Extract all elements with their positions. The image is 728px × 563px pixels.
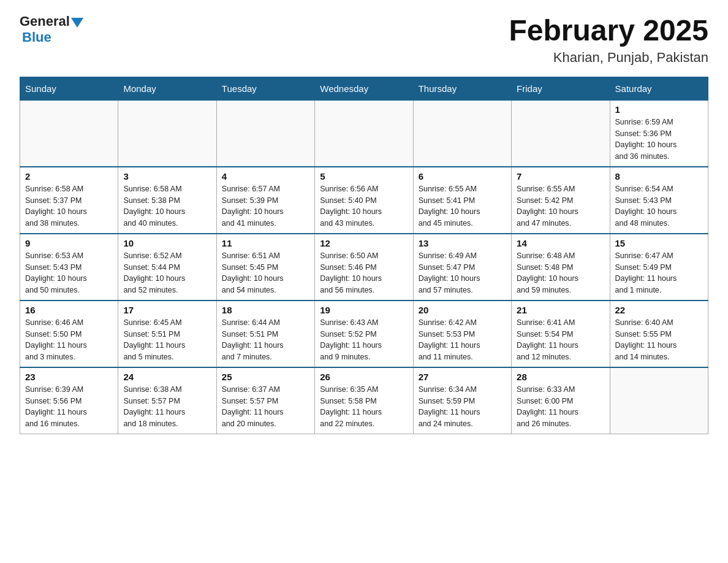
day-info: Sunrise: 6:54 AM Sunset: 5:43 PM Dayligh… [615, 183, 703, 229]
calendar-cell [216, 100, 314, 167]
header-monday: Monday [118, 77, 216, 100]
day-info: Sunrise: 6:38 AM Sunset: 5:57 PM Dayligh… [123, 384, 211, 430]
day-info: Sunrise: 6:57 AM Sunset: 5:39 PM Dayligh… [222, 183, 309, 229]
header-saturday: Saturday [610, 77, 708, 100]
day-info: Sunrise: 6:37 AM Sunset: 5:57 PM Dayligh… [222, 384, 309, 430]
header-wednesday: Wednesday [315, 77, 413, 100]
calendar-cell: 19Sunrise: 6:43 AM Sunset: 5:52 PM Dayli… [315, 301, 413, 367]
day-info: Sunrise: 6:34 AM Sunset: 5:59 PM Dayligh… [419, 384, 506, 430]
calendar-week-row: 23Sunrise: 6:39 AM Sunset: 5:56 PM Dayli… [20, 367, 708, 434]
calendar-cell: 26Sunrise: 6:35 AM Sunset: 5:58 PM Dayli… [315, 367, 413, 434]
day-info: Sunrise: 6:42 AM Sunset: 5:53 PM Dayligh… [419, 317, 506, 363]
calendar-cell: 14Sunrise: 6:48 AM Sunset: 5:48 PM Dayli… [512, 234, 610, 301]
calendar-cell: 2Sunrise: 6:58 AM Sunset: 5:37 PM Daylig… [20, 167, 118, 234]
day-info: Sunrise: 6:45 AM Sunset: 5:51 PM Dayligh… [123, 317, 211, 363]
calendar-cell [315, 100, 413, 167]
day-info: Sunrise: 6:33 AM Sunset: 6:00 PM Dayligh… [517, 384, 604, 430]
day-number: 13 [419, 238, 506, 248]
day-info: Sunrise: 6:51 AM Sunset: 5:45 PM Dayligh… [222, 250, 309, 296]
day-info: Sunrise: 6:40 AM Sunset: 5:55 PM Dayligh… [615, 317, 703, 363]
day-number: 15 [615, 238, 703, 248]
calendar-cell: 6Sunrise: 6:55 AM Sunset: 5:41 PM Daylig… [413, 167, 511, 234]
day-info: Sunrise: 6:53 AM Sunset: 5:43 PM Dayligh… [25, 250, 113, 296]
day-number: 1 [615, 104, 703, 115]
day-number: 8 [615, 171, 703, 182]
calendar-cell: 15Sunrise: 6:47 AM Sunset: 5:49 PM Dayli… [610, 234, 708, 301]
day-info: Sunrise: 6:56 AM Sunset: 5:40 PM Dayligh… [320, 183, 408, 229]
calendar-cell: 1Sunrise: 6:59 AM Sunset: 5:36 PM Daylig… [610, 100, 708, 167]
day-info: Sunrise: 6:58 AM Sunset: 5:38 PM Dayligh… [123, 183, 211, 229]
calendar-table: SundayMondayTuesdayWednesdayThursdayFrid… [20, 77, 708, 434]
logo-blue-text: Blue [20, 29, 51, 45]
day-number: 16 [25, 305, 113, 315]
day-number: 14 [517, 238, 604, 248]
day-info: Sunrise: 6:50 AM Sunset: 5:46 PM Dayligh… [320, 250, 408, 296]
day-number: 21 [517, 305, 604, 315]
day-info: Sunrise: 6:35 AM Sunset: 5:58 PM Dayligh… [320, 384, 408, 430]
day-number: 3 [123, 171, 211, 182]
calendar-cell: 16Sunrise: 6:46 AM Sunset: 5:50 PM Dayli… [20, 301, 118, 367]
calendar-cell: 7Sunrise: 6:55 AM Sunset: 5:42 PM Daylig… [512, 167, 610, 234]
calendar-cell: 3Sunrise: 6:58 AM Sunset: 5:38 PM Daylig… [118, 167, 216, 234]
calendar-cell: 28Sunrise: 6:33 AM Sunset: 6:00 PM Dayli… [512, 367, 610, 434]
day-number: 9 [25, 238, 113, 248]
calendar-subtitle: Kharian, Punjab, Pakistan [509, 50, 708, 66]
day-info: Sunrise: 6:55 AM Sunset: 5:41 PM Dayligh… [419, 183, 506, 229]
calendar-cell [512, 100, 610, 167]
day-number: 12 [320, 238, 408, 248]
day-number: 17 [123, 305, 211, 315]
day-info: Sunrise: 6:41 AM Sunset: 5:54 PM Dayligh… [517, 317, 604, 363]
day-number: 7 [517, 171, 604, 182]
calendar-cell: 9Sunrise: 6:53 AM Sunset: 5:43 PM Daylig… [20, 234, 118, 301]
day-info: Sunrise: 6:55 AM Sunset: 5:42 PM Dayligh… [517, 183, 604, 229]
day-info: Sunrise: 6:43 AM Sunset: 5:52 PM Dayligh… [320, 317, 408, 363]
day-number: 5 [320, 171, 408, 182]
header-thursday: Thursday [413, 77, 511, 100]
day-info: Sunrise: 6:58 AM Sunset: 5:37 PM Dayligh… [25, 183, 113, 229]
calendar-week-row: 1Sunrise: 6:59 AM Sunset: 5:36 PM Daylig… [20, 100, 708, 167]
day-number: 11 [222, 238, 309, 248]
title-block: February 2025 Kharian, Punjab, Pakistan [509, 15, 708, 66]
calendar-week-row: 9Sunrise: 6:53 AM Sunset: 5:43 PM Daylig… [20, 234, 708, 301]
calendar-cell: 5Sunrise: 6:56 AM Sunset: 5:40 PM Daylig… [315, 167, 413, 234]
header-friday: Friday [512, 77, 610, 100]
header-sunday: Sunday [20, 77, 118, 100]
logo-general-text: General [20, 15, 70, 28]
page-header: General Blue February 2025 Kharian, Punj… [20, 15, 708, 66]
day-info: Sunrise: 6:46 AM Sunset: 5:50 PM Dayligh… [25, 317, 113, 363]
calendar-cell: 20Sunrise: 6:42 AM Sunset: 5:53 PM Dayli… [413, 301, 511, 367]
calendar-body: 1Sunrise: 6:59 AM Sunset: 5:36 PM Daylig… [20, 100, 708, 434]
calendar-week-row: 16Sunrise: 6:46 AM Sunset: 5:50 PM Dayli… [20, 301, 708, 367]
calendar-header: SundayMondayTuesdayWednesdayThursdayFrid… [20, 77, 708, 100]
calendar-cell: 12Sunrise: 6:50 AM Sunset: 5:46 PM Dayli… [315, 234, 413, 301]
calendar-cell: 10Sunrise: 6:52 AM Sunset: 5:44 PM Dayli… [118, 234, 216, 301]
day-number: 22 [615, 305, 703, 315]
calendar-cell: 27Sunrise: 6:34 AM Sunset: 5:59 PM Dayli… [413, 367, 511, 434]
logo: General Blue [20, 15, 85, 45]
logo-top: General [20, 15, 85, 28]
day-number: 20 [419, 305, 506, 315]
calendar-cell: 18Sunrise: 6:44 AM Sunset: 5:51 PM Dayli… [216, 301, 314, 367]
calendar-cell [610, 367, 708, 434]
calendar-cell: 22Sunrise: 6:40 AM Sunset: 5:55 PM Dayli… [610, 301, 708, 367]
calendar-cell: 11Sunrise: 6:51 AM Sunset: 5:45 PM Dayli… [216, 234, 314, 301]
calendar-cell: 21Sunrise: 6:41 AM Sunset: 5:54 PM Dayli… [512, 301, 610, 367]
day-info: Sunrise: 6:52 AM Sunset: 5:44 PM Dayligh… [123, 250, 211, 296]
calendar-header-row: SundayMondayTuesdayWednesdayThursdayFrid… [20, 77, 708, 100]
calendar-week-row: 2Sunrise: 6:58 AM Sunset: 5:37 PM Daylig… [20, 167, 708, 234]
day-info: Sunrise: 6:39 AM Sunset: 5:56 PM Dayligh… [25, 384, 113, 430]
day-number: 25 [222, 372, 309, 382]
day-number: 26 [320, 372, 408, 382]
calendar-cell: 8Sunrise: 6:54 AM Sunset: 5:43 PM Daylig… [610, 167, 708, 234]
day-info: Sunrise: 6:47 AM Sunset: 5:49 PM Dayligh… [615, 250, 703, 296]
calendar-cell: 23Sunrise: 6:39 AM Sunset: 5:56 PM Dayli… [20, 367, 118, 434]
calendar-cell: 13Sunrise: 6:49 AM Sunset: 5:47 PM Dayli… [413, 234, 511, 301]
day-info: Sunrise: 6:49 AM Sunset: 5:47 PM Dayligh… [419, 250, 506, 296]
day-number: 24 [123, 372, 211, 382]
calendar-cell: 24Sunrise: 6:38 AM Sunset: 5:57 PM Dayli… [118, 367, 216, 434]
header-tuesday: Tuesday [216, 77, 314, 100]
logo-triangle-icon [71, 18, 83, 28]
day-number: 4 [222, 171, 309, 182]
calendar-cell [118, 100, 216, 167]
day-number: 18 [222, 305, 309, 315]
